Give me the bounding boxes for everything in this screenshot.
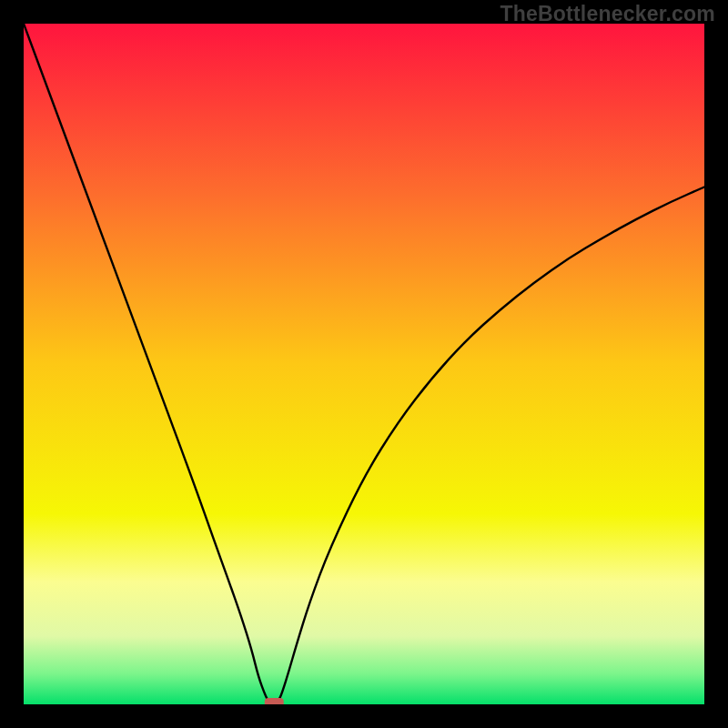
chart-frame: TheBottlenecker.com (0, 0, 728, 728)
bottleneck-plot (24, 24, 704, 704)
optimal-point-marker (265, 698, 284, 704)
plot-background (24, 24, 704, 704)
watermark-label: TheBottlenecker.com (500, 2, 715, 26)
